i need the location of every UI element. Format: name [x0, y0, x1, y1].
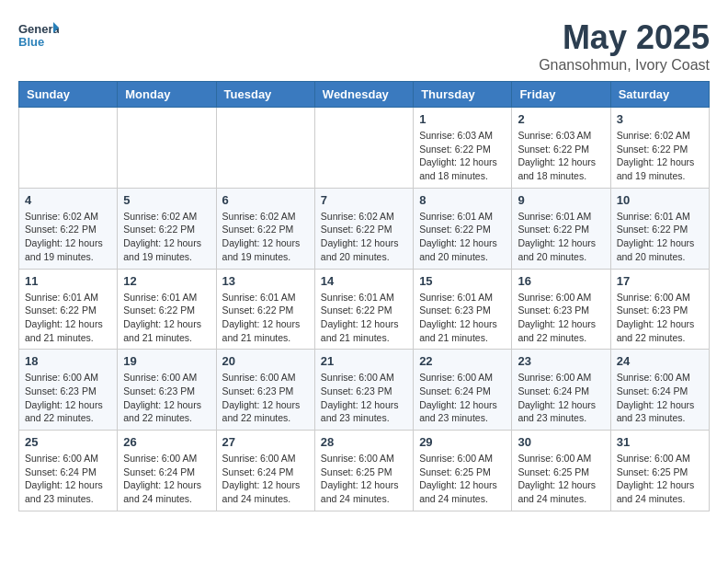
- day-number: 6: [222, 193, 309, 207]
- day-info: Sunrise: 6:01 AM Sunset: 6:22 PM Dayligh…: [419, 210, 506, 264]
- day-number: 30: [518, 435, 604, 449]
- day-info: Sunrise: 6:00 AM Sunset: 6:23 PM Dayligh…: [123, 371, 210, 425]
- calendar-cell: 2Sunrise: 6:03 AM Sunset: 6:22 PM Daylig…: [512, 108, 610, 189]
- calendar-cell: 6Sunrise: 6:02 AM Sunset: 6:22 PM Daylig…: [216, 188, 314, 269]
- day-info: Sunrise: 6:00 AM Sunset: 6:23 PM Dayligh…: [518, 291, 604, 345]
- calendar-cell: [118, 108, 216, 189]
- day-number: 10: [617, 193, 703, 207]
- day-info: Sunrise: 6:01 AM Sunset: 6:22 PM Dayligh…: [518, 210, 604, 264]
- calendar-cell: 8Sunrise: 6:01 AM Sunset: 6:22 PM Daylig…: [414, 188, 512, 269]
- calendar-cell: 22Sunrise: 6:00 AM Sunset: 6:24 PM Dayli…: [414, 350, 512, 431]
- day-info: Sunrise: 6:00 AM Sunset: 6:23 PM Dayligh…: [222, 371, 309, 425]
- calendar-cell: 13Sunrise: 6:01 AM Sunset: 6:22 PM Dayli…: [216, 269, 314, 350]
- day-info: Sunrise: 6:01 AM Sunset: 6:23 PM Dayligh…: [419, 291, 506, 345]
- calendar-cell: 1Sunrise: 6:03 AM Sunset: 6:22 PM Daylig…: [414, 108, 512, 189]
- day-number: 23: [518, 354, 604, 368]
- day-number: 14: [321, 274, 407, 288]
- calendar-cell: 25Sunrise: 6:00 AM Sunset: 6:24 PM Dayli…: [19, 431, 118, 511]
- day-number: 21: [321, 354, 407, 368]
- calendar-cell: 10Sunrise: 6:01 AM Sunset: 6:22 PM Dayli…: [610, 188, 709, 269]
- day-number: 31: [617, 435, 703, 449]
- day-info: Sunrise: 6:03 AM Sunset: 6:22 PM Dayligh…: [518, 129, 604, 183]
- calendar-cell: 16Sunrise: 6:00 AM Sunset: 6:23 PM Dayli…: [512, 269, 610, 350]
- day-number: 18: [25, 354, 111, 368]
- calendar-cell: 12Sunrise: 6:01 AM Sunset: 6:22 PM Dayli…: [118, 269, 216, 350]
- calendar-cell: 11Sunrise: 6:01 AM Sunset: 6:22 PM Dayli…: [19, 269, 118, 350]
- calendar-cell: 5Sunrise: 6:02 AM Sunset: 6:22 PM Daylig…: [118, 188, 216, 269]
- day-info: Sunrise: 6:02 AM Sunset: 6:22 PM Dayligh…: [321, 210, 407, 264]
- calendar-cell: [314, 108, 413, 189]
- weekday-header-tuesday: Tuesday: [216, 82, 314, 108]
- day-info: Sunrise: 6:00 AM Sunset: 6:24 PM Dayligh…: [419, 371, 506, 425]
- day-number: 1: [419, 112, 506, 126]
- weekday-header-thursday: Thursday: [414, 82, 512, 108]
- calendar-cell: [19, 108, 118, 189]
- day-number: 29: [419, 435, 506, 449]
- day-number: 9: [518, 193, 604, 207]
- day-number: 3: [617, 112, 703, 126]
- day-info: Sunrise: 6:02 AM Sunset: 6:22 PM Dayligh…: [123, 210, 210, 264]
- day-info: Sunrise: 6:02 AM Sunset: 6:22 PM Dayligh…: [25, 210, 111, 264]
- day-number: 13: [222, 274, 309, 288]
- calendar-cell: 31Sunrise: 6:00 AM Sunset: 6:25 PM Dayli…: [610, 431, 709, 511]
- calendar-cell: 18Sunrise: 6:00 AM Sunset: 6:23 PM Dayli…: [19, 350, 118, 431]
- day-number: 28: [321, 435, 407, 449]
- calendar-cell: 29Sunrise: 6:00 AM Sunset: 6:25 PM Dayli…: [414, 431, 512, 511]
- calendar-week-row: 4Sunrise: 6:02 AM Sunset: 6:22 PM Daylig…: [19, 188, 710, 269]
- weekday-header-friday: Friday: [512, 82, 610, 108]
- day-number: 15: [419, 274, 506, 288]
- calendar-cell: 19Sunrise: 6:00 AM Sunset: 6:23 PM Dayli…: [118, 350, 216, 431]
- calendar-week-row: 25Sunrise: 6:00 AM Sunset: 6:24 PM Dayli…: [19, 431, 710, 511]
- weekday-header-sunday: Sunday: [19, 82, 118, 108]
- day-number: 22: [419, 354, 506, 368]
- weekday-header-row: SundayMondayTuesdayWednesdayThursdayFrid…: [19, 82, 710, 108]
- calendar-week-row: 11Sunrise: 6:01 AM Sunset: 6:22 PM Dayli…: [19, 269, 710, 350]
- day-info: Sunrise: 6:00 AM Sunset: 6:23 PM Dayligh…: [617, 291, 703, 345]
- calendar-cell: 30Sunrise: 6:00 AM Sunset: 6:25 PM Dayli…: [512, 431, 610, 511]
- day-info: Sunrise: 6:00 AM Sunset: 6:24 PM Dayligh…: [25, 452, 111, 506]
- day-number: 7: [321, 193, 407, 207]
- calendar-cell: 7Sunrise: 6:02 AM Sunset: 6:22 PM Daylig…: [314, 188, 413, 269]
- weekday-header-monday: Monday: [118, 82, 216, 108]
- calendar-cell: [216, 108, 314, 189]
- calendar-cell: 28Sunrise: 6:00 AM Sunset: 6:25 PM Dayli…: [314, 431, 413, 511]
- calendar-cell: 9Sunrise: 6:01 AM Sunset: 6:22 PM Daylig…: [512, 188, 610, 269]
- day-info: Sunrise: 6:00 AM Sunset: 6:24 PM Dayligh…: [222, 452, 309, 506]
- day-info: Sunrise: 6:01 AM Sunset: 6:22 PM Dayligh…: [25, 291, 111, 345]
- day-info: Sunrise: 6:01 AM Sunset: 6:22 PM Dayligh…: [321, 291, 407, 345]
- day-info: Sunrise: 6:02 AM Sunset: 6:22 PM Dayligh…: [222, 210, 309, 264]
- calendar-cell: 21Sunrise: 6:00 AM Sunset: 6:23 PM Dayli…: [314, 350, 413, 431]
- day-info: Sunrise: 6:03 AM Sunset: 6:22 PM Dayligh…: [419, 129, 506, 183]
- weekday-header-wednesday: Wednesday: [314, 82, 413, 108]
- subtitle: Gnansohmun, Ivory Coast: [539, 57, 710, 74]
- day-info: Sunrise: 6:02 AM Sunset: 6:22 PM Dayligh…: [617, 129, 703, 183]
- day-info: Sunrise: 6:00 AM Sunset: 6:25 PM Dayligh…: [617, 452, 703, 506]
- day-info: Sunrise: 6:00 AM Sunset: 6:24 PM Dayligh…: [518, 371, 604, 425]
- calendar-week-row: 18Sunrise: 6:00 AM Sunset: 6:23 PM Dayli…: [19, 350, 710, 431]
- day-info: Sunrise: 6:00 AM Sunset: 6:23 PM Dayligh…: [25, 371, 111, 425]
- day-info: Sunrise: 6:00 AM Sunset: 6:25 PM Dayligh…: [419, 452, 506, 506]
- day-number: 27: [222, 435, 309, 449]
- day-number: 12: [123, 274, 210, 288]
- svg-text:Blue: Blue: [18, 35, 44, 49]
- logo-icon: General Blue: [18, 18, 59, 52]
- day-number: 26: [123, 435, 210, 449]
- calendar-cell: 27Sunrise: 6:00 AM Sunset: 6:24 PM Dayli…: [216, 431, 314, 511]
- day-number: 4: [25, 193, 111, 207]
- svg-text:General: General: [18, 22, 59, 36]
- day-number: 24: [617, 354, 703, 368]
- calendar-week-row: 1Sunrise: 6:03 AM Sunset: 6:22 PM Daylig…: [19, 108, 710, 189]
- calendar-table: SundayMondayTuesdayWednesdayThursdayFrid…: [18, 81, 710, 511]
- calendar-cell: 17Sunrise: 6:00 AM Sunset: 6:23 PM Dayli…: [610, 269, 709, 350]
- day-info: Sunrise: 6:00 AM Sunset: 6:23 PM Dayligh…: [321, 371, 407, 425]
- day-number: 20: [222, 354, 309, 368]
- day-number: 2: [518, 112, 604, 126]
- main-title: May 2025: [539, 18, 710, 57]
- day-info: Sunrise: 6:00 AM Sunset: 6:24 PM Dayligh…: [617, 371, 703, 425]
- day-number: 25: [25, 435, 111, 449]
- page-header: General Blue May 2025 Gnansohmun, Ivory …: [18, 18, 710, 74]
- day-number: 17: [617, 274, 703, 288]
- day-info: Sunrise: 6:01 AM Sunset: 6:22 PM Dayligh…: [222, 291, 309, 345]
- calendar-cell: 14Sunrise: 6:01 AM Sunset: 6:22 PM Dayli…: [314, 269, 413, 350]
- calendar-cell: 4Sunrise: 6:02 AM Sunset: 6:22 PM Daylig…: [19, 188, 118, 269]
